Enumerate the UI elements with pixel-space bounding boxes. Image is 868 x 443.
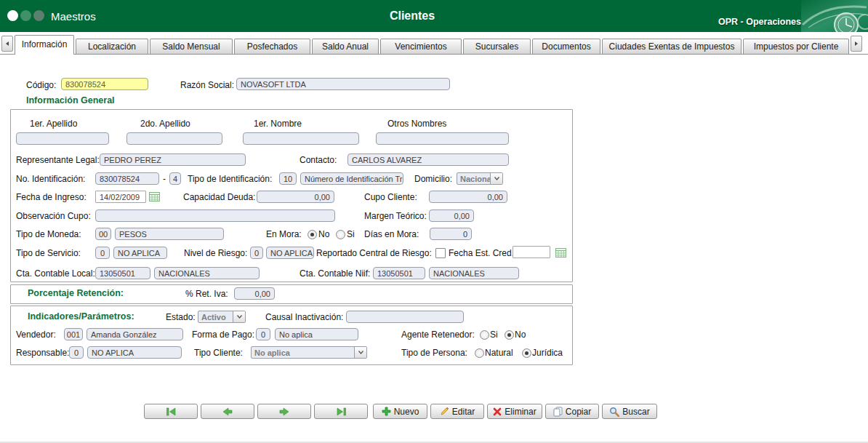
contacto-field[interactable]: CARLOS ALVAREZ [347, 153, 509, 166]
domicilio-label: Domicilio: [414, 174, 452, 184]
tipo-identificacion-desc-field[interactable]: Número de Identificación Tribu [300, 172, 403, 185]
scroll-left-icon [5, 41, 9, 47]
tab-scroll-left-button[interactable] [1, 36, 13, 52]
copiar-button[interactable]: Copiar [545, 404, 599, 419]
search-icon [609, 407, 619, 417]
page-title: Clientes [0, 9, 824, 23]
tipo-identificacion-code-field[interactable]: 10 [279, 172, 297, 185]
cta-local-desc-field[interactable]: NACIONALES [154, 267, 260, 279]
otros-nombres-field[interactable] [376, 132, 509, 145]
forma-pago-desc-field[interactable]: No aplica [275, 328, 358, 340]
en-mora-si-radio[interactable] [336, 230, 345, 239]
previous-record-icon [222, 407, 233, 416]
codigo-field[interactable]: 830078524 [61, 78, 148, 90]
copy-icon [553, 407, 563, 417]
fecha-ingreso-calendar-icon[interactable] [149, 191, 160, 201]
tab-label: Posfechados [247, 41, 297, 52]
nivel-riesgo-desc-field[interactable]: NO APLICA [266, 247, 314, 259]
next-record-button[interactable] [257, 404, 311, 419]
info-general-title: Información General [26, 95, 115, 105]
no-identificacion-label: No. Identificación: [16, 174, 85, 184]
tipo-cliente-select[interactable]: No aplica [251, 346, 367, 359]
cta-niif-desc-field[interactable]: NACIONALES [429, 267, 519, 279]
tab-posfechados[interactable]: Posfechados [234, 39, 310, 54]
buscar-button[interactable]: Buscar [602, 404, 657, 419]
tab-vencimientos[interactable]: Vencimientos [380, 39, 462, 54]
fecha-est-cred-field[interactable] [513, 246, 550, 258]
reportado-central-label: Reportado Central de Riesgo: [316, 248, 432, 258]
rep-legal-field[interactable]: PEDRO PEREZ [100, 153, 246, 166]
header-clock-feather-art [801, 0, 868, 32]
nuevo-button[interactable]: Nuevo [373, 404, 427, 419]
domicilio-dropdown-arrow-icon[interactable] [490, 173, 502, 184]
nombre1-label: 1er. Nombre [254, 119, 302, 129]
agente-retenedor-label: Agente Retenedor: [401, 330, 475, 340]
apellido2-label: 2do. Apellido [140, 119, 190, 129]
dias-mora-field[interactable]: 0 [430, 228, 472, 240]
tab-saldo-anual[interactable]: Saldo Anual [312, 39, 379, 54]
margen-teorico-field[interactable]: 0,00 [429, 209, 474, 222]
tab-sucursales[interactable]: Sucursales [463, 39, 531, 54]
first-record-button[interactable] [144, 404, 198, 419]
tab-label: Impuestos por Cliente [754, 41, 839, 52]
responsable-code-field[interactable]: 0 [69, 346, 84, 359]
last-record-icon [336, 407, 347, 416]
cupo-cliente-field[interactable]: 0,00 [429, 191, 507, 203]
capacidad-deuda-field[interactable]: 0,00 [257, 191, 334, 203]
fecha-est-cred-calendar-icon[interactable] [555, 247, 566, 258]
ret-iva-field[interactable]: 0,00 [234, 287, 275, 300]
tipo-persona-juridica-radio[interactable] [522, 348, 531, 358]
codigo-label: Código: [26, 80, 56, 90]
previous-record-button[interactable] [201, 404, 254, 419]
tipo-servicio-desc-field[interactable]: NO APLICA [113, 247, 167, 259]
cta-local-code-field[interactable]: 13050501 [95, 267, 150, 279]
last-record-button[interactable] [314, 404, 368, 419]
tipo-moneda-label: Tipo de Moneda: [16, 229, 81, 239]
tab-saldo-mensual[interactable]: Saldo Mensual [150, 39, 233, 54]
tipo-moneda-desc-field[interactable]: PESOS [115, 228, 224, 240]
vendedor-code-field[interactable]: 001 [64, 328, 83, 340]
causal-inactivacion-label: Causal Inactivación: [265, 312, 343, 322]
reportado-central-checkbox[interactable] [435, 248, 446, 258]
dias-mora-label: Días en Mora: [364, 229, 419, 239]
agente-no-radio[interactable] [505, 330, 514, 340]
vendedor-desc-field[interactable]: Amanda González [87, 328, 183, 340]
tab-impuestos-por-cliente[interactable]: Impuestos por Cliente [743, 39, 849, 54]
estado-select[interactable]: Activo [198, 311, 246, 323]
observacion-cupo-field[interactable] [95, 209, 335, 222]
apellido2-field[interactable] [126, 132, 222, 145]
buscar-label: Buscar [622, 407, 649, 417]
tipo-cliente-dropdown-arrow-icon[interactable] [354, 347, 366, 358]
capacidad-deuda-label: Capacidad Deuda: [183, 192, 255, 202]
razon-social-field[interactable]: NOVASOFT LTDA [236, 78, 450, 90]
tab-ciudades-exentas[interactable]: Ciudades Exentas de Impuestos [602, 39, 742, 54]
agente-si-radio[interactable] [480, 330, 489, 340]
responsable-desc-field[interactable]: NO APLICA [87, 346, 182, 359]
domicilio-select[interactable]: Nacional [457, 172, 503, 185]
nivel-riesgo-label: Nivel de Riesgo: [184, 248, 247, 258]
apellido1-field[interactable] [16, 132, 109, 145]
cta-niif-code-field[interactable]: 13050501 [373, 267, 425, 279]
digito-verificacion-field[interactable]: 4 [169, 172, 181, 185]
fecha-ingreso-field[interactable]: 14/02/2009 [95, 191, 146, 203]
tab-documentos[interactable]: Documentos [532, 39, 600, 54]
causal-inactivacion-field[interactable] [346, 311, 464, 323]
tab-informacion[interactable]: Información [15, 35, 74, 55]
editar-button[interactable]: Editar [430, 404, 484, 419]
tab-scroll-right-button[interactable] [851, 36, 862, 52]
scroll-right-icon [854, 41, 859, 47]
nombre1-field[interactable] [243, 132, 359, 145]
nivel-riesgo-code-field[interactable]: 0 [250, 247, 263, 259]
no-identificacion-field[interactable]: 830078524 [95, 172, 159, 185]
tab-label: Saldo Anual [322, 41, 369, 52]
tipo-moneda-code-field[interactable]: 00 [95, 228, 111, 240]
tipo-cliente-label: Tipo Cliente: [194, 348, 243, 358]
tipo-servicio-code-field[interactable]: 0 [95, 247, 110, 259]
eliminar-button[interactable]: Eliminar [487, 404, 542, 419]
tipo-persona-natural-radio[interactable] [475, 348, 484, 358]
forma-pago-code-field[interactable]: 0 [256, 328, 270, 340]
editar-label: Editar [452, 407, 475, 417]
tab-localizacion[interactable]: Localización [76, 39, 148, 54]
en-mora-no-radio[interactable] [308, 230, 317, 239]
estado-dropdown-arrow-icon[interactable] [233, 311, 245, 322]
